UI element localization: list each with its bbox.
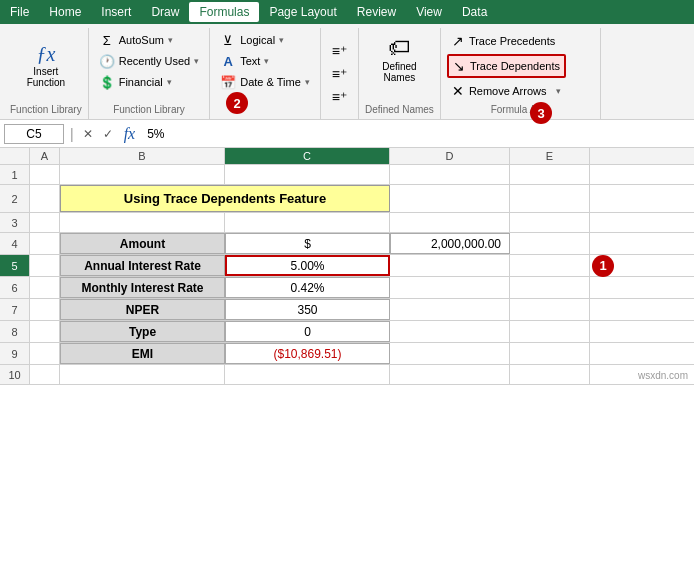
table-row: 7 NPER 350 <box>0 299 694 321</box>
menu-formulas[interactable]: Formulas <box>189 2 259 22</box>
cell-e10[interactable] <box>510 365 590 384</box>
cell-a5[interactable] <box>30 255 60 276</box>
remove-arrows-icon: ✕ <box>452 83 464 99</box>
cell-e2[interactable] <box>510 185 590 212</box>
cell-c8-type[interactable]: 0 <box>225 321 390 342</box>
cell-c10[interactable] <box>225 365 390 384</box>
trace-dependents-button[interactable]: ↘ Trace Dependents <box>447 54 566 78</box>
text-button[interactable]: A Text ▾ <box>216 51 314 71</box>
datetime-arrow: ▾ <box>305 77 310 87</box>
menu-home[interactable]: Home <box>39 2 91 22</box>
cell-c6-rate[interactable]: 0.42% <box>225 277 390 298</box>
date-time-button[interactable]: 📅 Date & Time ▾ <box>216 72 314 92</box>
calendar-icon: 📅 <box>220 74 236 90</box>
defined-names-group: 🏷 DefinedNames Defined Names <box>359 28 441 119</box>
cell-b2-title[interactable]: Using Trace Dependents Feature <box>60 185 390 212</box>
formula-input[interactable] <box>143 125 690 143</box>
menu-view[interactable]: View <box>406 2 452 22</box>
cell-b3[interactable] <box>60 213 225 232</box>
cell-e6[interactable] <box>510 277 590 298</box>
menu-review[interactable]: Review <box>347 2 406 22</box>
cell-b4-amount[interactable]: Amount <box>60 233 225 254</box>
text-label: Text <box>240 55 260 67</box>
cell-a1[interactable] <box>30 165 60 184</box>
cell-reference-box[interactable] <box>4 124 64 144</box>
cell-e5[interactable] <box>510 255 590 276</box>
function-library-group: Σ AutoSum ▾ 🕐 Recently Used ▾ 💲 Financia… <box>89 28 211 119</box>
cell-a3[interactable] <box>30 213 60 232</box>
menu-data[interactable]: Data <box>452 2 497 22</box>
monthly-rate-value: 0.42% <box>290 281 324 295</box>
cell-e4[interactable] <box>510 233 590 254</box>
trace-precedents-button[interactable]: ↗ Trace Precedents <box>447 30 566 52</box>
cell-b5-air[interactable]: Annual Interest Rate <box>60 255 225 276</box>
cell-d2[interactable] <box>390 185 510 212</box>
cell-e3[interactable] <box>510 213 590 232</box>
insert-function-button[interactable]: ƒx InsertFunction <box>18 38 74 93</box>
icon-btn-3[interactable]: ≡⁺ <box>329 87 350 107</box>
menu-file[interactable]: File <box>0 2 39 22</box>
cell-a6[interactable] <box>30 277 60 298</box>
fn-lib-label: Function Library <box>95 102 204 117</box>
cell-b9-emi[interactable]: EMI <box>60 343 225 364</box>
confirm-icon[interactable]: ✓ <box>100 126 116 142</box>
cell-d5[interactable] <box>390 255 510 276</box>
more-fn-label <box>216 113 314 117</box>
defined-names-label: DefinedNames <box>382 61 416 83</box>
col-header-b[interactable]: B <box>60 148 225 164</box>
cell-c7-nper[interactable]: 350 <box>225 299 390 320</box>
cell-c5-rate[interactable]: 5.00% <box>225 255 390 276</box>
col-header-d[interactable]: D <box>390 148 510 164</box>
col-header-c[interactable]: C <box>225 148 390 164</box>
financial-arrow: ▾ <box>167 77 172 87</box>
table-row: 3 <box>0 213 694 233</box>
cell-a4[interactable] <box>30 233 60 254</box>
logical-button[interactable]: ⊻ Logical ▾ <box>216 30 314 50</box>
clock-icon: 🕐 <box>99 53 115 69</box>
logical-icon: ⊻ <box>220 32 236 48</box>
icon-btn-2[interactable]: ≡⁺ <box>329 64 350 84</box>
col-header-e[interactable]: E <box>510 148 590 164</box>
cell-e8[interactable] <box>510 321 590 342</box>
cell-b1[interactable] <box>60 165 225 184</box>
menu-draw[interactable]: Draw <box>141 2 189 22</box>
cell-c3[interactable] <box>225 213 390 232</box>
cell-d1[interactable] <box>390 165 510 184</box>
cell-c1[interactable] <box>225 165 390 184</box>
cell-d8[interactable] <box>390 321 510 342</box>
cell-e9[interactable] <box>510 343 590 364</box>
fn-lib: Σ AutoSum ▾ 🕐 Recently Used ▾ 💲 Financia… <box>95 30 204 92</box>
row-num-3: 3 <box>0 213 30 232</box>
cell-d9[interactable] <box>390 343 510 364</box>
menu-insert[interactable]: Insert <box>91 2 141 22</box>
cell-a7[interactable] <box>30 299 60 320</box>
cell-a9[interactable] <box>30 343 60 364</box>
menu-page-layout[interactable]: Page Layout <box>259 2 346 22</box>
remove-arrows-button[interactable]: ✕ Remove Arrows ▾ <box>447 80 566 102</box>
autosum-button[interactable]: Σ AutoSum ▾ <box>95 30 204 50</box>
cancel-icon[interactable]: ✕ <box>80 126 96 142</box>
recently-used-button[interactable]: 🕐 Recently Used ▾ <box>95 51 204 71</box>
cell-b7-nper[interactable]: NPER <box>60 299 225 320</box>
financial-button[interactable]: 💲 Financial ▾ <box>95 72 204 92</box>
cell-a10[interactable] <box>30 365 60 384</box>
col-header-a[interactable]: A <box>30 148 60 164</box>
recently-used-label: Recently Used <box>119 55 191 67</box>
cell-d10[interactable] <box>390 365 510 384</box>
cell-b10[interactable] <box>60 365 225 384</box>
row-num-6: 6 <box>0 277 30 298</box>
cell-d3[interactable] <box>390 213 510 232</box>
defined-names-button[interactable]: 🏷 DefinedNames <box>373 30 425 88</box>
cell-c4-dollar[interactable]: $ <box>225 233 390 254</box>
cell-d7[interactable] <box>390 299 510 320</box>
cell-e7[interactable] <box>510 299 590 320</box>
cell-a2[interactable] <box>30 185 60 212</box>
cell-d4-amount[interactable]: 2,000,000.00 <box>390 233 510 254</box>
cell-a8[interactable] <box>30 321 60 342</box>
cell-e1[interactable] <box>510 165 590 184</box>
cell-d6[interactable] <box>390 277 510 298</box>
icon-btn-1[interactable]: ≡⁺ <box>329 41 350 61</box>
cell-c9-emi[interactable]: ($10,869.51) <box>225 343 390 364</box>
cell-b8-type[interactable]: Type <box>60 321 225 342</box>
cell-b6-mir[interactable]: Monthly Interest Rate <box>60 277 225 298</box>
